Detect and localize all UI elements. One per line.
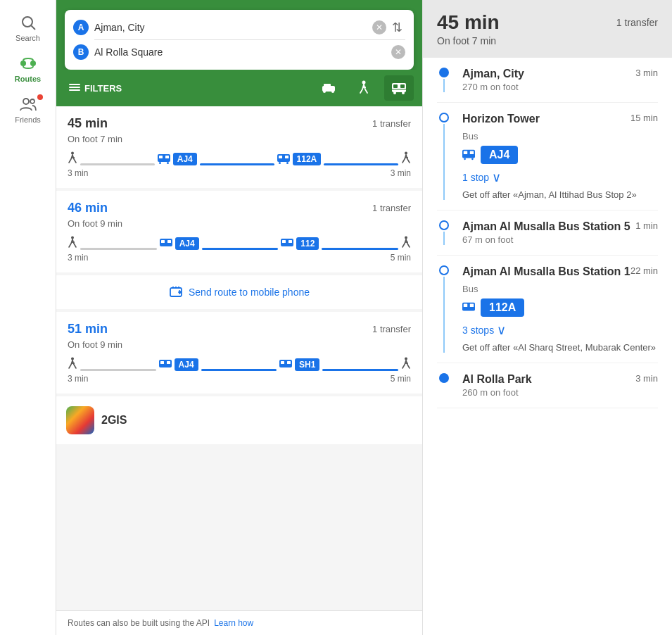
stop-rolla-park-name: Al Rolla Park bbox=[462, 373, 532, 386]
route-3-header: 51 min 1 transfer bbox=[68, 322, 411, 337]
transport-tab-walk[interactable] bbox=[349, 75, 379, 101]
stop-musalla1-name: Ajman Al Musalla Bus Station 1 bbox=[462, 265, 630, 278]
friends-icon bbox=[18, 94, 38, 114]
walk-icon-2b bbox=[401, 236, 411, 250]
clear-to-button[interactable]: ✕ bbox=[391, 45, 405, 59]
clear-from-button[interactable]: ✕ bbox=[372, 20, 386, 34]
route-card-3[interactable]: 51 min 1 transfer On foot 9 min bbox=[56, 312, 422, 394]
route-2-bar-walk bbox=[80, 248, 157, 250]
route-3-bus-tag-sh1: SH1 bbox=[295, 358, 319, 371]
stop-rolla-park-time: 3 min bbox=[635, 373, 658, 384]
sidebar-item-routes[interactable]: Routes bbox=[0, 48, 56, 89]
walk-icon-3b bbox=[401, 357, 411, 371]
route-2-transfers: 1 transfer bbox=[372, 203, 411, 213]
route-1-bar-bus2 bbox=[324, 163, 398, 165]
filters-button[interactable]: FILTERS bbox=[65, 80, 126, 96]
search-box-area: A ✕ ⇅ B ✕ bbox=[56, 0, 422, 70]
line-musalla5 bbox=[443, 232, 445, 245]
stops-toggle-musalla1[interactable]: 3 stops ∨ bbox=[462, 322, 658, 338]
route-3-time-right: 5 min bbox=[391, 374, 411, 384]
route-1-header: 45 min 1 transfer bbox=[68, 116, 411, 131]
sidebar-item-friends[interactable]: Friends bbox=[0, 89, 56, 130]
route-2-header: 46 min 1 transfer bbox=[68, 201, 411, 215]
dot-a bbox=[439, 68, 449, 77]
bus-icon-3a bbox=[159, 358, 172, 371]
swap-button[interactable]: ⇅ bbox=[389, 20, 405, 35]
stop-musalla5-sub: 67 m on foot bbox=[462, 234, 658, 245]
route-3-time: 51 min bbox=[68, 322, 108, 337]
route-card-1[interactable]: 45 min 1 transfer On foot 7 min bbox=[56, 106, 422, 188]
svg-point-0 bbox=[23, 17, 32, 27]
svg-point-4 bbox=[23, 99, 29, 104]
dot-musalla5 bbox=[439, 220, 449, 230]
svg-point-14 bbox=[393, 92, 396, 94]
marker-b: B bbox=[73, 44, 89, 60]
bus-icon-3b bbox=[279, 358, 292, 371]
route-2-bus-tag-aj4: AJ4 bbox=[175, 237, 199, 250]
route-3-time-left: 3 min bbox=[68, 374, 88, 384]
stop-a-content: Ajman, City 3 min 270 m on foot bbox=[462, 68, 658, 92]
bus-icon-1b bbox=[277, 153, 290, 165]
timeline-stop-horizon: Horizon Tower 15 min Bus bbox=[437, 103, 658, 210]
detail-header: 45 min On foot 7 min 1 transfer bbox=[423, 0, 672, 58]
route-2-time: 46 min bbox=[68, 201, 108, 215]
svg-rect-52 bbox=[464, 304, 467, 308]
svg-rect-34 bbox=[282, 240, 286, 243]
search-from-input[interactable] bbox=[94, 22, 372, 33]
svg-point-2 bbox=[20, 61, 26, 66]
filters-bar: FILTERS bbox=[56, 70, 422, 106]
line-horizon bbox=[443, 124, 445, 200]
search-to-row: B ✕ bbox=[73, 42, 405, 63]
route-1-foot: On foot 7 min bbox=[68, 134, 411, 144]
search-icon bbox=[18, 13, 38, 32]
svg-point-50 bbox=[471, 158, 474, 161]
stop-rolla-park-content: Al Rolla Park 3 min 260 m on foot bbox=[462, 373, 658, 398]
transport-tab-bus[interactable] bbox=[384, 75, 414, 101]
left-panel: A ✕ ⇅ B ✕ FILTERS bbox=[56, 0, 422, 635]
route-2-bar-bus1 bbox=[202, 248, 279, 250]
dot-col-musalla5 bbox=[437, 220, 451, 245]
svg-rect-43 bbox=[281, 361, 284, 364]
route-3-bus-tag-aj4: AJ4 bbox=[175, 358, 198, 371]
line-a bbox=[443, 79, 445, 92]
dot-col-a bbox=[437, 68, 451, 92]
route-1-time-left: 3 min bbox=[68, 168, 88, 178]
friends-badge bbox=[37, 94, 43, 100]
svg-rect-7 bbox=[324, 84, 331, 87]
timeline-stop-musalla1: Ajman Al Musalla Bus Station 1 22 min Bu… bbox=[437, 256, 658, 363]
learn-how-link[interactable]: Learn how bbox=[214, 618, 253, 628]
svg-point-36 bbox=[405, 237, 407, 239]
svg-rect-20 bbox=[165, 156, 169, 158]
bus-icon-2b bbox=[281, 237, 293, 250]
svg-point-29 bbox=[71, 237, 74, 239]
dot-col-horizon bbox=[437, 113, 451, 200]
svg-point-8 bbox=[323, 90, 326, 93]
send-route-button[interactable]: Send route to mobile phone bbox=[56, 275, 422, 309]
stops-toggle-horizon[interactable]: 1 stop ∨ bbox=[462, 170, 658, 185]
walk-icon-1b bbox=[401, 151, 411, 165]
svg-rect-31 bbox=[161, 240, 165, 243]
search-to-input[interactable] bbox=[94, 46, 391, 58]
sidebar-item-search[interactable]: Search bbox=[0, 7, 56, 48]
route-2-foot: On foot 9 min bbox=[68, 218, 411, 229]
detail-time: 45 min bbox=[437, 11, 500, 34]
svg-rect-48 bbox=[470, 151, 474, 155]
svg-point-21 bbox=[159, 162, 161, 164]
stop-a-header: Ajman, City 3 min bbox=[462, 68, 658, 80]
transport-tab-car[interactable] bbox=[314, 75, 343, 101]
bus-icon-horizon bbox=[462, 149, 475, 161]
stop-musalla5-name: Ajman Al Musalla Bus Station 5 bbox=[462, 220, 630, 233]
dot-col-rolla-park bbox=[437, 373, 451, 398]
route-3-transfers: 1 transfer bbox=[372, 324, 411, 334]
stop-rolla-park-header: Al Rolla Park 3 min bbox=[462, 373, 658, 386]
stop-horizon-name: Horizon Tower bbox=[462, 113, 540, 125]
route-3-bar-bus2 bbox=[322, 369, 398, 371]
route-card-2[interactable]: 46 min 1 transfer On foot 9 min bbox=[56, 191, 422, 272]
chevron-down-icon-horizon: ∨ bbox=[492, 170, 501, 185]
detail-transfers: 1 transfer bbox=[616, 11, 658, 28]
svg-point-5 bbox=[30, 99, 34, 103]
route-3-foot: On foot 9 min bbox=[68, 339, 411, 350]
route-1-time: 45 min bbox=[68, 116, 108, 131]
search-card: A ✕ ⇅ B ✕ bbox=[65, 10, 414, 70]
route-2-time-right: 5 min bbox=[391, 253, 411, 263]
